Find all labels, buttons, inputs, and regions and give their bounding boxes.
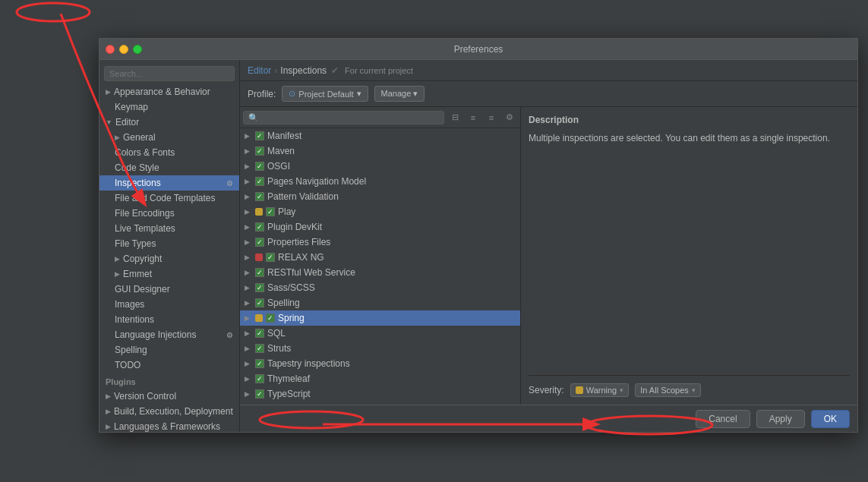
item-label: Struts [267,343,291,354]
list-item[interactable]: ▶ ✓ Struts [240,341,520,356]
list-item[interactable]: ▶ ✓ Manifest [240,128,520,143]
check-icon[interactable]: ✓ [255,344,264,353]
check-icon[interactable]: ✓ [255,389,264,399]
maximize-button[interactable] [133,45,142,54]
list-item[interactable]: ▶ ✓ RELAX NG [240,250,520,265]
item-label: TypeScript [267,389,311,399]
arrow-icon: ▶ [245,132,252,140]
list-item[interactable]: ▶ ✓ Sass/SCSS [240,280,520,295]
expand-button[interactable]: ≡ [466,110,481,125]
check-icon[interactable]: ✓ [255,222,264,232]
pref-nav-search[interactable] [104,66,235,81]
list-item[interactable]: ▶ ✓ Play [240,204,520,219]
arrow-icon: ▶ [106,408,111,415]
check-icon[interactable]: ✓ [255,146,264,156]
check-icon[interactable]: ✓ [255,329,264,338]
nav-item-file-types[interactable]: File Types [99,236,239,251]
nav-item-general[interactable]: ▶ General [99,130,239,145]
nav-item-codestyle[interactable]: Code Style [99,160,239,175]
settings-button[interactable]: ⚙ [502,110,517,125]
arrow-icon: ▶ [245,345,252,352]
nav-item-live-templates[interactable]: Live Templates [99,221,239,236]
breadcrumb-inspections: Inspections [280,65,327,76]
list-item[interactable]: ▶ ✓ Properties Files [240,235,520,250]
manage-label: Manage ▾ [381,89,418,99]
scope-value: In All Scopes [640,386,689,395]
list-item[interactable]: ▶ ✓ OSGI [240,159,520,174]
nav-item-appearance[interactable]: ▶ Appearance & Behavior [99,84,239,99]
insp-search-input[interactable] [243,111,444,124]
check-icon[interactable]: ✓ [255,238,264,247]
check-icon[interactable]: ✓ [255,298,264,307]
nav-item-spelling[interactable]: Spelling [99,342,239,358]
list-item[interactable]: ▶ ✓ Spelling [240,295,520,310]
check-icon[interactable]: ✓ [255,162,264,171]
arrow-icon: ▶ [245,299,252,307]
filter-button[interactable]: ⊟ [447,110,462,125]
list-item[interactable]: ▶ ✓ Thymeleaf [240,371,520,386]
list-item[interactable]: ▶ ✓ Maven [240,143,520,159]
pref-nav: ▶ Appearance & Behavior Keymap ▼ Editor … [99,60,240,432]
item-label: Spelling [267,298,300,308]
nav-item-vcs[interactable]: ▶ Version Control [99,389,239,404]
nav-header-plugins: Plugins [99,373,239,389]
profile-dropdown[interactable]: ⊙ Project Default ▾ [282,86,368,102]
list-item[interactable]: ▶ ✓ Plugin DevKit [240,219,520,235]
cancel-button[interactable]: Cancel [696,410,750,428]
item-label: Maven [267,146,295,156]
manage-button[interactable]: Manage ▾ [374,86,425,102]
svg-point-0 [17,3,90,21]
check-icon[interactable]: ✓ [266,207,275,216]
arrow-icon: ▶ [245,178,252,185]
nav-item-todo[interactable]: TODO [99,358,239,373]
collapse-button[interactable]: ≡ [484,110,499,125]
nav-item-images[interactable]: Images [99,297,239,312]
nav-item-keymap[interactable]: Keymap [99,99,239,115]
check-icon[interactable]: ✓ [255,374,264,383]
close-button[interactable] [106,45,115,54]
inspections-panel: ⊟ ≡ ≡ ⚙ ▶ ✓ Manifest ▶ [240,107,521,405]
apply-button[interactable]: Apply [756,410,805,428]
scope-dropdown[interactable]: In All Scopes ▾ [635,383,701,397]
pref-titlebar: Preferences [99,39,857,60]
severity-value: Warning [586,386,617,395]
list-item[interactable]: ▶ ✓ Pages Navigation Model [240,174,520,189]
nav-item-colors[interactable]: Colors & Fonts [99,145,239,160]
profile-label: Profile: [248,89,276,99]
nav-item-file-encodings[interactable]: File Encodings [99,206,239,221]
ok-button[interactable]: OK [811,410,850,428]
warning-dot-icon [255,208,263,216]
check-icon[interactable]: ✓ [255,177,264,186]
arrow-icon: ▶ [106,88,111,96]
check-icon[interactable]: ✓ [266,253,275,262]
list-item[interactable]: ▶ ✓ SQL [240,326,520,341]
list-item[interactable]: ▶ ✓ Pattern Validation [240,189,520,204]
severity-dropdown[interactable]: Warning ▾ [570,383,630,397]
check-icon[interactable]: ✓ [255,359,264,368]
warning-dot-icon [255,314,263,322]
list-item[interactable]: ▶ ✓ RESTful Web Service [240,265,520,280]
nav-item-languages[interactable]: ▶ Languages & Frameworks [99,419,239,432]
nav-item-gui-designer[interactable]: GUI Designer [99,282,239,297]
check-icon[interactable]: ✓ [266,313,275,323]
list-item[interactable]: ▶ ✓ Tapestry inspections [240,356,520,371]
item-label: Thymeleaf [267,373,310,384]
nav-item-intentions[interactable]: Intentions [99,312,239,327]
nav-item-inspections[interactable]: Inspections ⚙ [99,175,239,191]
minimize-button[interactable] [119,45,128,54]
check-icon[interactable]: ✓ [255,283,264,292]
breadcrumb-editor[interactable]: Editor [248,65,271,76]
nav-item-lang-injections[interactable]: Language Injections ⚙ [99,327,239,342]
nav-item-file-code-templates[interactable]: File and Code Templates [99,191,239,206]
nav-item-build[interactable]: ▶ Build, Execution, Deployment [99,404,239,419]
lang-inject-indicator-icon: ⚙ [226,331,233,339]
pref-content: Editor › Inspections ✔ For current proje… [240,60,857,432]
list-item-spring[interactable]: ▶ ✓ Spring [240,310,520,326]
check-icon[interactable]: ✓ [255,131,264,140]
nav-item-copyright[interactable]: ▶ Copyright [99,251,239,266]
check-icon[interactable]: ✓ [255,192,264,201]
check-icon[interactable]: ✓ [255,268,264,277]
list-item[interactable]: ▶ ✓ TypeScript [240,386,520,402]
nav-item-emmet[interactable]: ▶ Emmet [99,266,239,282]
nav-item-editor[interactable]: ▼ Editor [99,115,239,130]
